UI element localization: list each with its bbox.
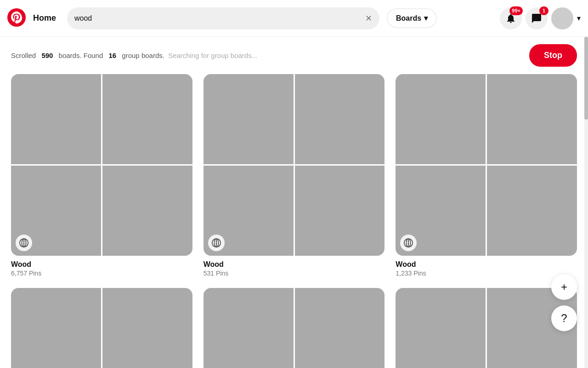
board-images (396, 288, 577, 368)
help-button[interactable]: ? (551, 305, 577, 331)
board-card[interactable]: Wood 1,233 Pins (396, 74, 577, 277)
board-image-cell (295, 74, 385, 164)
boards-filter-button[interactable]: Boards ▾ (387, 8, 437, 28)
board-image-cell (295, 166, 385, 256)
scrollbar-thumb[interactable] (584, 37, 588, 120)
board-card[interactable] (204, 288, 385, 368)
board-image-cell (11, 288, 101, 368)
board-image-cell (396, 288, 486, 368)
chevron-down-icon: ▾ (424, 14, 428, 23)
boards-middle: boards. Found (59, 52, 103, 59)
boards-grid: Wood 6,757 Pins W (11, 74, 577, 368)
group-board-icon (16, 235, 32, 251)
avatar[interactable] (551, 7, 573, 29)
group-board-icon (400, 235, 417, 251)
pinterest-logo[interactable] (7, 8, 26, 29)
scrollbar[interactable] (584, 37, 588, 368)
board-pins: 6,757 Pins (11, 270, 192, 277)
board-pins: 531 Pins (204, 270, 385, 277)
notifications-badge: 99+ (509, 6, 523, 15)
board-card[interactable]: Wood 6,757 Pins (11, 74, 192, 277)
board-thumbnail (396, 288, 577, 368)
board-thumbnail (396, 74, 577, 256)
board-image-cell (102, 288, 192, 368)
boards-label: Boards (396, 14, 421, 23)
board-images (396, 74, 577, 256)
board-name: Wood (204, 260, 385, 269)
header: Home ✕ Boards ▾ 99+ 1 ▾ (0, 0, 588, 37)
scrolled-prefix: Scrolled (11, 52, 36, 59)
board-image-cell (295, 288, 385, 368)
stop-button[interactable]: Stop (529, 44, 577, 67)
board-card[interactable] (396, 288, 577, 368)
board-card[interactable] (11, 288, 192, 368)
header-actions: 99+ 1 ▾ (500, 7, 581, 29)
board-image-cell (11, 74, 101, 164)
account-chevron-button[interactable]: ▾ (577, 14, 581, 23)
board-image-cell (204, 288, 294, 368)
board-images (11, 74, 192, 256)
board-image-cell (204, 74, 294, 164)
search-bar: ✕ (67, 7, 379, 29)
group-board-icon (208, 235, 225, 251)
board-images (204, 74, 385, 256)
boards-content: Wood 6,757 Pins W (0, 74, 588, 368)
status-bar: Scrolled 590 boards. Found 16 group boar… (0, 37, 588, 74)
board-image-cell (487, 166, 577, 256)
board-pins: 1,233 Pins (396, 270, 577, 277)
board-image-cell (102, 166, 192, 256)
home-link[interactable]: Home (33, 13, 56, 23)
search-input[interactable] (74, 14, 365, 23)
notifications-button[interactable]: 99+ (500, 7, 522, 29)
messages-badge: 1 (539, 6, 548, 15)
clear-button[interactable]: ✕ (365, 13, 372, 23)
messages-button[interactable]: 1 (526, 7, 548, 29)
found-count: 16 (108, 52, 116, 59)
board-name: Wood (396, 260, 577, 269)
board-images (204, 288, 385, 368)
fab-container: + ? (551, 274, 577, 331)
group-boards-suffix: group boards. (122, 52, 164, 59)
board-thumbnail (11, 288, 192, 368)
board-image-cell (102, 74, 192, 164)
searching-text: Searching for group boards... (168, 52, 257, 59)
board-thumbnail (11, 74, 192, 256)
add-button[interactable]: + (551, 274, 577, 300)
board-card[interactable]: Wood 531 Pins (204, 74, 385, 277)
board-name: Wood (11, 260, 192, 269)
board-image-cell (487, 74, 577, 164)
board-image-cell (396, 74, 486, 164)
board-thumbnail (204, 288, 385, 368)
scrolled-count: 590 (41, 52, 53, 59)
board-thumbnail (204, 74, 385, 256)
board-images (11, 288, 192, 368)
